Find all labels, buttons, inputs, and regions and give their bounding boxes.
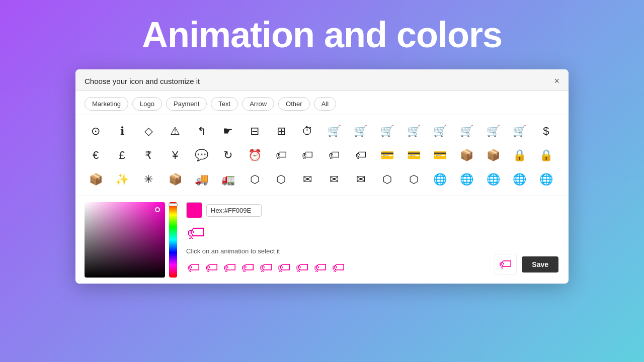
icon-cell[interactable]: ✳	[137, 168, 159, 191]
icon-cell[interactable]: 💬	[191, 144, 213, 166]
anim-icon-2[interactable]: 🏷	[204, 259, 219, 277]
dialog: Choose your icon and customize it × Mark…	[75, 69, 569, 284]
icon-cell[interactable]: ✨	[111, 168, 133, 191]
tab-other[interactable]: Other	[278, 97, 310, 111]
dialog-body: Marketing Logo Payment Text Arrow Other …	[75, 91, 569, 284]
tab-marketing[interactable]: Marketing	[85, 97, 128, 111]
icon-cell[interactable]: ¥	[164, 144, 186, 166]
icon-cell[interactable]: €	[85, 144, 107, 166]
icon-cell[interactable]: ↻	[217, 144, 239, 166]
tabs-row: Marketing Logo Payment Text Arrow Other …	[75, 91, 569, 115]
icon-cell[interactable]: 🚚	[191, 168, 213, 191]
anim-icon-1[interactable]: 🏷	[186, 259, 201, 277]
icon-cell[interactable]: ⏰	[244, 144, 266, 166]
page-title: Animation and colors	[142, 14, 502, 55]
icon-cell[interactable]: 🛒	[376, 120, 398, 142]
icon-cell[interactable]: 🌐	[429, 168, 451, 191]
icon-cell[interactable]: ⚠	[164, 120, 186, 142]
icons-scroll-area[interactable]: ⊙ ℹ ◇ ⚠ ↰ ☛ ⊟ ⊞ ⏱ 🛒 🛒 🛒 🛒 🛒 🛒 🛒 �	[75, 115, 569, 196]
icon-cell[interactable]: ⊙	[85, 120, 107, 142]
icon-cell[interactable]: 💳	[429, 144, 451, 166]
icon-cell[interactable]: 🚛	[217, 168, 239, 191]
hex-input[interactable]	[206, 204, 262, 217]
tab-arrow[interactable]: Arrow	[242, 97, 274, 111]
icon-cell[interactable]: 💳	[403, 144, 425, 166]
anim-icon-8[interactable]: 🏷	[313, 259, 328, 277]
icon-cell[interactable]: ⬡	[403, 168, 425, 191]
icon-cell[interactable]: 🛒	[482, 120, 504, 142]
icon-cell[interactable]: $	[535, 120, 557, 142]
icon-cell[interactable]: 🔒	[535, 144, 557, 166]
save-area: 🏷 Save	[495, 254, 558, 275]
icon-cell[interactable]: 🌐	[535, 168, 557, 191]
icon-cell[interactable]: £	[111, 144, 133, 166]
icon-cell[interactable]: 🛒	[350, 120, 372, 142]
tab-logo[interactable]: Logo	[132, 97, 162, 111]
icon-cell[interactable]: 🌐	[482, 168, 504, 191]
preview-icon-large: 🏷	[186, 222, 559, 243]
icon-cell[interactable]: ✉	[296, 168, 318, 191]
icon-cell[interactable]: ⬡	[376, 168, 398, 191]
save-preview-icon: 🏷	[495, 254, 517, 275]
icon-cell[interactable]: ⊟	[244, 120, 266, 142]
tab-payment[interactable]: Payment	[166, 97, 207, 111]
icon-cell[interactable]: 📦	[164, 168, 186, 191]
icon-cell[interactable]: 🛒	[403, 120, 425, 142]
tab-text[interactable]: Text	[211, 97, 238, 111]
icon-cell[interactable]: 🌐	[455, 168, 477, 191]
icon-cell[interactable]: 🏷	[323, 144, 345, 166]
icon-cell[interactable]: 🏷	[270, 144, 292, 166]
icon-cell[interactable]: ⬡	[244, 168, 266, 191]
icon-area-wrapper: ⊙ ℹ ◇ ⚠ ↰ ☛ ⊟ ⊞ ⏱ 🛒 🛒 🛒 🛒 🛒 🛒 🛒 �	[75, 115, 569, 196]
anim-icon-5[interactable]: 🏷	[259, 259, 274, 277]
close-button[interactable]: ×	[554, 76, 559, 85]
icon-cell[interactable]: ✉	[350, 168, 372, 191]
icon-cell[interactable]: 🛒	[323, 120, 345, 142]
icon-cell[interactable]: 🏷	[350, 144, 372, 166]
anim-icon-9[interactable]: 🏷	[331, 259, 346, 277]
hex-row	[186, 202, 559, 218]
color-gradient-box[interactable]	[85, 202, 165, 278]
save-button[interactable]: Save	[522, 256, 558, 273]
tab-all[interactable]: All	[314, 97, 336, 111]
anim-icon-7[interactable]: 🏷	[295, 259, 310, 277]
bottom-panel: 🏷 Click on an animation to select it 🏷 🏷…	[75, 196, 569, 284]
icon-cell[interactable]: ✉	[323, 168, 345, 191]
color-picker-area	[85, 202, 177, 278]
icon-cell[interactable]: ⬡	[270, 168, 292, 191]
icon-cell[interactable]: 💳	[376, 144, 398, 166]
icons-grid: ⊙ ℹ ◇ ⚠ ↰ ☛ ⊟ ⊞ ⏱ 🛒 🛒 🛒 🛒 🛒 🛒 🛒 �	[85, 120, 559, 191]
icon-cell[interactable]: 🛒	[509, 120, 531, 142]
icon-cell[interactable]: 🛒	[429, 120, 451, 142]
hue-slider-thumb	[169, 203, 178, 206]
color-swatch[interactable]	[186, 202, 202, 218]
anim-icon-4[interactable]: 🏷	[240, 259, 256, 277]
icon-cell[interactable]: 🔒	[509, 144, 531, 166]
icon-cell[interactable]: 📦	[85, 168, 107, 191]
icon-cell[interactable]: ₹	[137, 144, 159, 166]
icon-cell[interactable]: ⊞	[270, 120, 292, 142]
icon-cell[interactable]: ◇	[137, 120, 159, 142]
dialog-header: Choose your icon and customize it ×	[75, 69, 569, 91]
icon-cell[interactable]: ℹ	[111, 120, 133, 142]
icon-cell[interactable]: 🏷	[296, 144, 318, 166]
icon-cell[interactable]: ↰	[191, 120, 213, 142]
dialog-title: Choose your icon and customize it	[85, 77, 200, 85]
icon-cell[interactable]: 🛒	[455, 120, 477, 142]
icon-cell[interactable]: ☛	[217, 120, 239, 142]
icon-cell[interactable]: 📦	[455, 144, 477, 166]
hue-slider[interactable]	[169, 202, 177, 278]
anim-icon-3[interactable]: 🏷	[222, 259, 237, 277]
icon-cell[interactable]: 🌐	[509, 168, 531, 191]
icon-cell[interactable]: 📦	[482, 144, 504, 166]
color-gradient-dot	[155, 207, 160, 212]
anim-icon-6[interactable]: 🏷	[277, 259, 292, 277]
icon-cell[interactable]: ⏱	[296, 120, 318, 142]
